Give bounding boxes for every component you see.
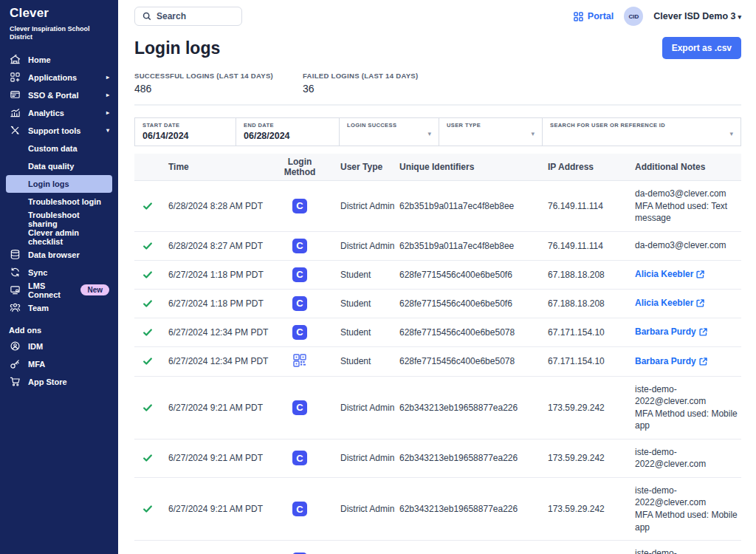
account-dropdown[interactable]: Clever ISD Demo 3▾ <box>653 11 741 21</box>
cell-time: 6/28/2024 8:27 AM PDT <box>161 241 273 251</box>
stat-value: 486 <box>134 83 273 95</box>
cell-user-type: District Admin <box>326 403 396 413</box>
team-icon <box>9 302 21 314</box>
sidebar-item-label: SSO & Portal <box>28 91 78 100</box>
clever-logo-icon: C <box>292 267 307 282</box>
search-input[interactable] <box>157 11 234 21</box>
portal-link[interactable]: Portal <box>574 11 614 21</box>
cell-user-type: Student <box>326 298 396 309</box>
cell-ip-address: 76.149.11.114 <box>542 201 630 211</box>
sidebar-section-header: Add ons <box>0 317 118 338</box>
filter-login-success[interactable]: LOGIN SUCCESS▾ <box>340 118 439 146</box>
sidebar-item-label: Data browser <box>28 250 80 259</box>
cell-ip-address: 67.171.154.10 <box>542 356 630 366</box>
clever-logo-icon: C <box>292 400 307 415</box>
chevron-right-icon: ▸ <box>106 74 109 81</box>
user-profile-link[interactable]: Alicia Keebler <box>635 268 704 281</box>
success-check-icon <box>142 327 153 338</box>
sidebar-item-app-store[interactable]: App Store <box>0 373 118 391</box>
user-profile-link[interactable]: Barbara Purdy <box>635 355 707 368</box>
user-profile-link[interactable]: Alicia Keebler <box>635 297 704 310</box>
column-header-ip-address: IP Address <box>542 162 630 172</box>
column-header-time: Time <box>161 162 273 172</box>
filter-end-date[interactable]: END DATE06/28/2024 <box>236 118 340 146</box>
note-email: da-demo3@clever.com <box>635 239 738 252</box>
sidebar-item-idm[interactable]: IDM <box>0 338 118 355</box>
clever-logo-icon: C <box>292 296 307 311</box>
sidebar-item-label: Sync <box>28 268 47 277</box>
sidebar-item-clever-admin-checklist[interactable]: Clever admin checklist <box>0 228 118 246</box>
success-check-icon <box>142 298 153 309</box>
table-row: 6/27/2024 12:34 PM PDTStudent628fe771545… <box>134 347 741 377</box>
external-link-icon <box>699 328 707 336</box>
sidebar-item-data-quality[interactable]: Data quality <box>0 157 118 175</box>
sidebar-item-data-browser[interactable]: Data browser <box>0 246 118 264</box>
filter-search-for-user-or-reference-id[interactable]: SEARCH FOR USER OR REFERENCE ID▾ <box>543 118 740 146</box>
cell-time: 6/27/2024 1:18 PM PDT <box>161 298 273 309</box>
chevron-down-icon: ▾ <box>427 129 431 137</box>
filter-user-type[interactable]: USER TYPE▾ <box>439 118 543 146</box>
sidebar-item-custom-data[interactable]: Custom data <box>0 140 118 157</box>
sidebar-item-support-tools[interactable]: Support tools▾ <box>0 122 118 140</box>
cell-additional-notes: iste-demo-2022@clever.com <box>630 547 741 554</box>
sidebar: Clever Clever Inspiration School Distric… <box>0 0 118 554</box>
sidebar-item-home[interactable]: Home <box>0 51 118 69</box>
analytics-icon <box>9 107 21 119</box>
search-box[interactable] <box>134 7 242 26</box>
topbar: Portal CID Clever ISD Demo 3▾ <box>118 0 756 27</box>
avatar[interactable]: CID <box>624 7 643 26</box>
divider <box>134 104 741 106</box>
success-check-icon <box>142 504 153 514</box>
cell-login-method: C <box>292 199 307 213</box>
applications-icon <box>9 72 21 83</box>
success-check-icon <box>142 356 153 366</box>
sidebar-item-sso-portal[interactable]: SSO & Portal▸ <box>0 86 118 104</box>
sidebar-item-analytics[interactable]: Analytics▸ <box>0 104 118 122</box>
user-profile-link[interactable]: Barbara Purdy <box>635 326 707 338</box>
filter-bar: START DATE06/14/2024END DATE06/28/2024LO… <box>134 117 741 146</box>
external-link-icon <box>696 299 704 307</box>
sidebar-item-troubleshoot-login[interactable]: Troubleshoot login <box>0 193 118 211</box>
chevron-down-icon: ▾ <box>729 129 733 137</box>
cell-user-type: Student <box>326 356 396 366</box>
sidebar-item-team[interactable]: Team <box>0 299 118 317</box>
success-check-icon <box>142 403 153 413</box>
cell-unique-identifier: 62b351b9a011a7ec4f8eb8ee <box>396 201 542 211</box>
cell-user-type: District Admin <box>326 241 396 251</box>
cell-ip-address: 173.59.29.242 <box>542 403 630 413</box>
cell-ip-address: 67.188.18.208 <box>542 270 630 280</box>
cell-time: 6/27/2024 9:21 AM PDT <box>161 504 273 514</box>
sidebar-item-label: Custom data <box>28 144 78 153</box>
cell-login-method: C <box>292 451 307 465</box>
export-csv-button[interactable]: Export as .csv <box>662 37 741 59</box>
sidebar-item-label: App Store <box>28 377 67 386</box>
sidebar-item-sync[interactable]: Sync <box>0 264 118 281</box>
cell-additional-notes: da-demo3@clever.comMFA Method used: Text… <box>630 188 741 225</box>
lms-connect-icon <box>9 284 21 296</box>
table-row: 6/27/2024 1:18 PM PDTCStudent628fe771545… <box>134 290 741 318</box>
sidebar-item-lms-connect[interactable]: LMS ConnectNew <box>0 281 118 299</box>
page-head: Login logs Export as .csv <box>134 37 741 59</box>
sidebar-item-troubleshoot-sharing[interactable]: Troubleshoot sharing <box>0 211 118 228</box>
cell-time: 6/27/2024 9:21 AM PDT <box>161 403 273 413</box>
sidebar-item-applications[interactable]: Applications▸ <box>0 69 118 86</box>
home-icon <box>9 54 21 66</box>
filter-label: START DATE <box>142 122 228 129</box>
sidebar-item-mfa[interactable]: MFA <box>0 355 118 373</box>
cell-unique-identifier: 62b343213eb19658877ea226 <box>396 453 542 463</box>
cell-login-method: C <box>292 239 307 253</box>
cell-ip-address: 67.171.154.10 <box>542 327 630 338</box>
account-name: Clever ISD Demo 3 <box>653 11 735 21</box>
sidebar-item-label: Login logs <box>28 179 69 188</box>
sidebar-item-label: IDM <box>28 342 43 351</box>
cell-login-method: C <box>292 502 307 516</box>
sidebar-item-login-logs[interactable]: Login logs <box>6 175 112 193</box>
sso-portal-icon <box>9 89 21 101</box>
cell-ip-address: 173.59.29.242 <box>542 453 630 463</box>
external-link-icon <box>699 358 707 366</box>
filter-start-date[interactable]: START DATE06/14/2024 <box>135 118 236 146</box>
support-tools-icon <box>9 125 21 137</box>
cell-additional-notes: Barbara Purdy <box>630 326 741 338</box>
cell-time: 6/27/2024 12:34 PM PDT <box>161 327 273 338</box>
sidebar-item-label: Support tools <box>28 126 81 135</box>
